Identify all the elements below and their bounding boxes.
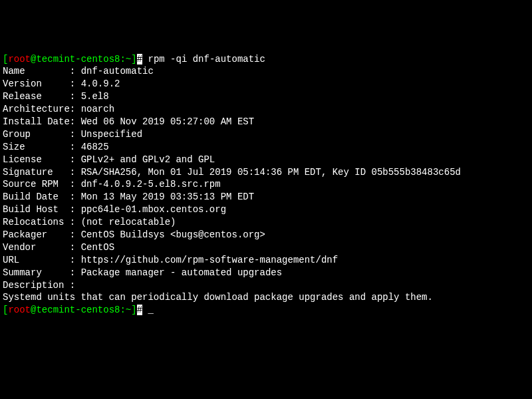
field-value: 4.0.9.2 [81,78,120,89]
field-separator: : [70,129,81,140]
field-label: Vendor [3,242,70,253]
output-field-row: Source RPM : dnf-4.0.9.2-5.el8.src.rpm [3,178,529,191]
field-value: 46825 [81,142,109,152]
prompt-host: tecmint-centos8 [36,54,120,65]
field-label: Description [3,280,70,291]
output-field-row: Version : 4.0.9.2 [3,78,529,90]
prompt-line-1: [root@tecmint-centos8:~]# rpm -qi dnf-au… [3,53,529,66]
prompt-path: ~ [126,305,131,315]
output-field-row: Install Date: Wed 06 Nov 2019 05:27:00 A… [3,116,529,128]
field-label: Name [3,66,70,76]
prompt-colon: : [120,305,125,315]
field-label: Relocations [3,217,70,227]
field-separator: : [70,179,81,190]
field-value: Wed 06 Nov 2019 05:27:00 AM EST [81,116,254,127]
field-value: Mon 13 May 2019 03:35:13 PM EDT [81,192,254,202]
field-value: (not relocatable) [81,217,176,227]
field-separator: : [70,204,81,215]
field-label: Packager [3,229,70,240]
field-label: Install Date [3,116,70,127]
field-label: Build Date [3,192,70,202]
command-text: rpm -qi dnf-automatic [142,54,265,65]
field-value: dnf-automatic [81,66,154,76]
output-field-row: Build Date : Mon 13 May 2019 03:35:13 PM… [3,191,529,203]
output-field-row: Group : Unspecified [3,128,529,141]
field-separator: : [70,91,81,102]
field-separator: : [70,242,81,253]
prompt-user: root [8,305,31,315]
field-label: URL [3,255,70,265]
output-field-row: License : GPLv2+ and GPLv2 and GPL [3,154,529,166]
cursor-space: _ [142,305,154,315]
rpm-output: Name : dnf-automaticVersion : 4.0.9.2Rel… [3,65,529,291]
prompt-colon: : [120,54,125,65]
terminal-window[interactable]: [root@tecmint-centos8:~]# rpm -qi dnf-au… [3,53,529,317]
field-separator: : [70,154,81,165]
field-separator: : [70,104,81,114]
field-separator: : [70,192,81,202]
field-separator: : [70,66,81,76]
prompt-line-2[interactable]: [root@tecmint-centos8:~]# _ [3,304,529,317]
field-value: ppc64le-01.mbox.centos.org [81,204,226,215]
output-field-row: Architecture: noarch [3,103,529,116]
field-value: GPLv2+ and GPLv2 and GPL [81,154,215,165]
field-value: Unspecified [81,129,142,140]
field-separator: : [70,229,81,240]
field-label: License [3,154,70,165]
field-separator: : [70,116,81,127]
output-field-row: Summary : Package manager - automated up… [3,267,529,279]
output-field-row: Build Host : ppc64le-01.mbox.centos.org [3,203,529,216]
field-label: Summary [3,267,70,278]
field-label: Group [3,129,70,140]
field-value: 5.el8 [81,91,109,102]
field-value: CentOS Buildsys <bugs@centos.org> [81,229,265,240]
field-label: Source RPM [3,179,70,190]
field-value: dnf-4.0.9.2-5.el8.src.rpm [81,179,221,190]
prompt-host: tecmint-centos8 [36,305,120,315]
prompt-hash: # [137,305,142,315]
field-separator: : [70,280,75,291]
output-field-row: Release : 5.el8 [3,90,529,103]
bracket-close: ] [131,54,136,65]
field-label: Size [3,142,70,152]
output-field-row: Name : dnf-automatic [3,65,529,78]
field-value: https://github.com/rpm-software-manageme… [81,255,338,265]
output-field-row: URL : https://github.com/rpm-software-ma… [3,254,529,267]
output-field-row: Size : 46825 [3,141,529,154]
field-label: Signature [3,167,70,178]
prompt-user: root [8,54,31,65]
field-value: Package manager - automated upgrades [81,267,282,278]
field-label: Release [3,91,70,102]
field-label: Version [3,78,70,89]
field-separator: : [70,78,81,89]
description-body: Systemd units that can periodically down… [3,291,529,304]
field-separator: : [70,255,81,265]
field-value: noarch [81,104,114,114]
field-label: Architecture [3,104,70,114]
output-field-row: Signature : RSA/SHA256, Mon 01 Jul 2019 … [3,166,529,179]
prompt-path: ~ [126,54,131,65]
field-separator: : [70,167,81,178]
field-separator: : [70,267,81,278]
output-field-row: Relocations : (not relocatable) [3,216,529,229]
field-label: Build Host [3,204,70,215]
field-separator: : [70,217,81,227]
output-field-row: Packager : CentOS Buildsys <bugs@centos.… [3,229,529,241]
prompt-hash: # [137,54,142,65]
output-field-row: Description : [3,279,529,292]
field-value: RSA/SHA256, Mon 01 Jul 2019 05:14:36 PM … [81,167,461,178]
field-separator: : [70,142,81,152]
field-value: CentOS [81,242,114,253]
bracket-close: ] [131,305,136,315]
output-field-row: Vendor : CentOS [3,241,529,254]
